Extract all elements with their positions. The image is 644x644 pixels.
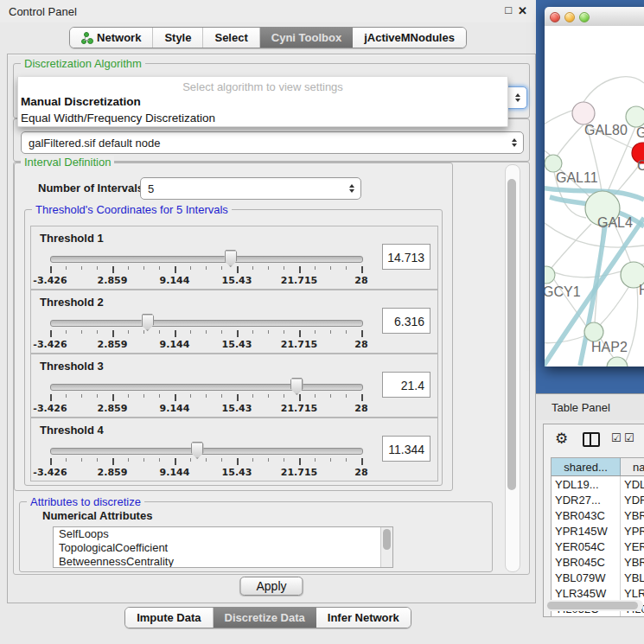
slider-tick bbox=[206, 266, 207, 270]
table-row[interactable]: YDR27...YDR2 bbox=[552, 492, 644, 507]
network-edge[interactable] bbox=[557, 124, 583, 156]
threshold-slider[interactable]: -3.4262.8599.14415.4321.71528 bbox=[43, 379, 372, 415]
table-cell[interactable]: YDR27... bbox=[552, 492, 621, 507]
tab-select[interactable]: Select bbox=[203, 28, 259, 48]
tab-infer-network[interactable]: Infer Network bbox=[316, 608, 411, 628]
network-node[interactable] bbox=[545, 266, 555, 284]
network-node[interactable] bbox=[584, 322, 603, 341]
list-item[interactable]: BetweennessCentrality bbox=[54, 555, 392, 568]
threshold-value-field[interactable]: 21.4 bbox=[382, 372, 430, 398]
numerical-attributes-list[interactable]: SelfLoops TopologicalCoefficient Between… bbox=[53, 526, 393, 568]
slider-tick-labels: -3.4262.8599.14415.4321.71528 bbox=[50, 403, 361, 413]
threshold-slider[interactable]: -3.4262.8599.14415.4321.71528 bbox=[43, 443, 372, 479]
table-panel-title: Table Panel bbox=[552, 401, 610, 414]
apply-button[interactable]: Apply bbox=[239, 577, 303, 596]
threshold-slider[interactable]: -3.4262.8599.14415.4321.71528 bbox=[43, 251, 372, 287]
number-of-intervals-label: Number of Intervals bbox=[38, 182, 143, 194]
float-window-icon[interactable]: □ bbox=[505, 3, 512, 16]
slider-track[interactable] bbox=[50, 256, 363, 263]
table-cell[interactable]: YBR043C bbox=[552, 507, 621, 523]
network-node[interactable] bbox=[545, 155, 562, 172]
number-of-intervals-combobox[interactable]: 5 bbox=[140, 177, 361, 200]
scrollbar-thumb[interactable] bbox=[383, 529, 391, 550]
threshold-value-field[interactable]: 14.713 bbox=[382, 244, 430, 270]
scrollbar-thumb[interactable] bbox=[507, 179, 516, 490]
threshold-slider[interactable]: -3.4262.8599.14415.4321.71528 bbox=[43, 315, 372, 351]
columns-icon[interactable] bbox=[583, 432, 600, 447]
slider-track[interactable] bbox=[50, 448, 363, 455]
close-traffic-light-icon[interactable] bbox=[550, 12, 560, 22]
slider-tick bbox=[252, 458, 253, 462]
table-cell[interactable]: YPR145W bbox=[552, 523, 621, 539]
network-edge[interactable] bbox=[600, 286, 629, 325]
threshold-value-field[interactable]: 11.344 bbox=[382, 436, 430, 462]
interval-definition-group: Interval Definition Number of Intervals … bbox=[14, 163, 453, 491]
table-cell[interactable]: YDL19... bbox=[552, 476, 621, 492]
table-row[interactable]: YPR145WYPR1 bbox=[552, 523, 644, 539]
column-header-shared-name[interactable]: shared... bbox=[552, 458, 621, 475]
slider-tick bbox=[128, 266, 129, 270]
slider-tick-label: 2.859 bbox=[98, 403, 128, 414]
list-item[interactable]: TopologicalCoefficient bbox=[54, 541, 392, 555]
table-cell[interactable]: YDR2 bbox=[621, 492, 644, 507]
threshold-value-field[interactable]: 6.316 bbox=[382, 308, 430, 334]
network-edge[interactable] bbox=[583, 77, 644, 102]
table-cell[interactable]: YBR0 bbox=[621, 554, 644, 570]
slider-handle[interactable] bbox=[224, 250, 237, 267]
network-edge[interactable] bbox=[626, 287, 638, 361]
table-row[interactable]: YBR045CYBR0 bbox=[552, 554, 644, 570]
table-cell[interactable]: YER054C bbox=[552, 539, 621, 554]
network-node-label: GCY1 bbox=[545, 284, 581, 299]
network-view-window[interactable]: GAL80GACGAL11GAL4GCY1HHAP2 bbox=[545, 7, 644, 367]
network-node[interactable] bbox=[572, 102, 595, 124]
slider-track[interactable] bbox=[50, 320, 363, 327]
slider-handle[interactable] bbox=[141, 314, 154, 331]
settings-scrollbar[interactable] bbox=[505, 164, 520, 572]
slider-tick bbox=[330, 394, 331, 398]
checkbox-icon[interactable]: ☑ bbox=[611, 431, 622, 444]
table-cell[interactable]: YER0 bbox=[621, 539, 644, 554]
algorithm-option-equal-width[interactable]: Equal Width/Frequency Discretization bbox=[18, 110, 507, 126]
network-node[interactable] bbox=[607, 357, 628, 367]
column-header-name[interactable]: na bbox=[621, 458, 644, 475]
tab-jactivemnodules[interactable]: jActiveMNodules bbox=[353, 28, 466, 48]
tab-discretize-data[interactable]: Discretize Data bbox=[214, 608, 316, 628]
checkbox-icon[interactable]: ☑ bbox=[624, 431, 634, 444]
network-node[interactable] bbox=[626, 106, 644, 127]
minimize-traffic-light-icon[interactable] bbox=[564, 12, 575, 22]
slider-track[interactable] bbox=[50, 384, 363, 391]
tab-style[interactable]: Style bbox=[153, 28, 203, 48]
table-cell[interactable]: YBR0 bbox=[621, 507, 644, 523]
table-panel-content: ⚙ ☑ ☑ shared... na YDL19...YDL1YDR27...Y… bbox=[543, 424, 644, 617]
table-cell[interactable]: YLR3 bbox=[621, 585, 644, 601]
table-row[interactable]: YBR043CYBR0 bbox=[552, 507, 644, 523]
table-data-combobox[interactable]: galFiltered.sif default node bbox=[21, 131, 524, 154]
network-window-titlebar[interactable] bbox=[545, 7, 644, 27]
slider-handle[interactable] bbox=[290, 378, 303, 395]
table-row[interactable]: YBL079WYBL0 bbox=[552, 570, 644, 585]
table-row[interactable]: YDL19...YDL1 bbox=[552, 476, 644, 492]
slider-handle[interactable] bbox=[191, 442, 204, 459]
algorithm-option-manual[interactable]: Manual Discretization bbox=[18, 93, 507, 110]
table-cell[interactable]: YLR345W bbox=[552, 585, 621, 601]
table-cell[interactable]: YDL1 bbox=[621, 476, 644, 492]
list-scrollbar[interactable] bbox=[380, 527, 392, 567]
table-horizontal-scrollbar[interactable] bbox=[545, 600, 643, 611]
gear-icon[interactable]: ⚙ bbox=[555, 430, 568, 448]
scrollbar-thumb[interactable] bbox=[547, 602, 638, 609]
table-row[interactable]: YLR345WYLR3 bbox=[552, 585, 644, 601]
slider-tick bbox=[284, 330, 284, 334]
close-icon[interactable]: ✕ bbox=[518, 4, 527, 17]
tab-cyni-toolbox[interactable]: Cyni Toolbox bbox=[260, 28, 353, 48]
table-cell[interactable]: YPR1 bbox=[621, 523, 644, 539]
tab-network[interactable]: Network bbox=[70, 28, 153, 48]
table-cell[interactable]: YBL0 bbox=[621, 570, 644, 585]
list-item[interactable]: SelfLoops bbox=[54, 527, 392, 541]
network-canvas[interactable]: GAL80GACGAL11GAL4GCY1HHAP2 bbox=[545, 26, 644, 367]
slider-tick-labels: -3.4262.8599.14415.4321.71528 bbox=[50, 275, 361, 285]
table-cell[interactable]: YBL079W bbox=[552, 570, 621, 585]
zoom-traffic-light-icon[interactable] bbox=[579, 12, 590, 22]
table-row[interactable]: YER054CYER0 bbox=[552, 539, 644, 554]
table-cell[interactable]: YBR045C bbox=[552, 554, 621, 570]
tab-impute-data[interactable]: Impute Data bbox=[125, 608, 213, 628]
